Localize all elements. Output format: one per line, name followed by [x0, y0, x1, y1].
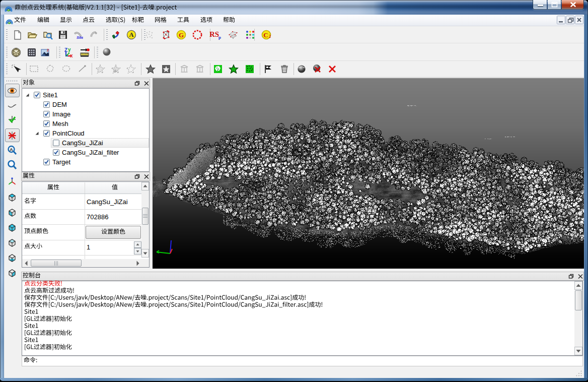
svg-text:A: A [129, 31, 133, 38]
svg-text:A: A [10, 147, 13, 152]
svg-text:x: x [70, 53, 73, 57]
svg-text:y: y [68, 47, 71, 52]
svg-text:p: p [218, 35, 221, 40]
svg-text:2: 2 [47, 48, 49, 52]
svg-text:G: G [179, 31, 184, 39]
svg-text:Site: Site [77, 35, 83, 40]
svg-text:RS: RS [209, 30, 219, 38]
svg-text:C: C [263, 31, 268, 39]
svg-text:2: 2 [269, 34, 271, 39]
